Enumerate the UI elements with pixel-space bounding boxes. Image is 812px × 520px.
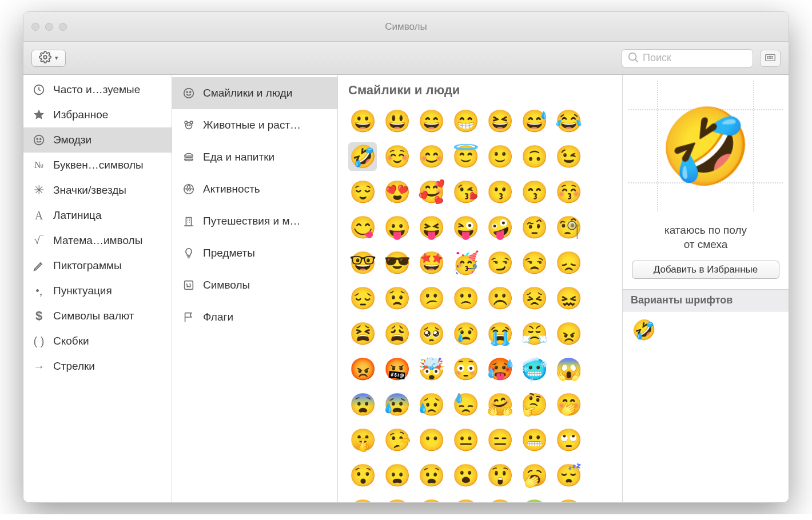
- emoji-cell[interactable]: 😲: [485, 461, 514, 490]
- emoji-cell[interactable]: 😕: [417, 284, 445, 313]
- zoom-dot[interactable]: [59, 23, 67, 31]
- emoji-cell[interactable]: 😂: [554, 107, 583, 135]
- emoji-cell[interactable]: 🥵: [485, 355, 514, 383]
- emoji-cell[interactable]: 🤓: [348, 249, 377, 277]
- emoji-cell[interactable]: 🤫: [348, 426, 377, 454]
- emoji-cell[interactable]: 🤢: [520, 497, 548, 502]
- emoji-cell[interactable]: 😡: [348, 355, 377, 383]
- emoji-cell[interactable]: 😘: [451, 178, 480, 206]
- emoji-cell[interactable]: 😏: [485, 249, 514, 277]
- category-item-1[interactable]: Избранное: [23, 102, 172, 127]
- emoji-cell[interactable]: 😤: [520, 319, 548, 348]
- emoji-cell[interactable]: 🤥: [383, 426, 411, 454]
- subcategory-item-1[interactable]: Животные и раст…: [172, 109, 337, 141]
- subcategory-item-7[interactable]: Флаги: [172, 301, 337, 333]
- emoji-cell[interactable]: 😨: [348, 390, 377, 419]
- category-item-11[interactable]: →Стрелки: [23, 354, 172, 379]
- category-item-4[interactable]: ✳︎Значки/звезды: [23, 178, 172, 203]
- emoji-cell[interactable]: 🤯: [417, 355, 445, 383]
- add-to-favorites-button[interactable]: Добавить в Избранные: [632, 261, 779, 279]
- category-item-9[interactable]: $Символы валют: [23, 303, 172, 329]
- emoji-cell[interactable]: 🙂: [485, 142, 514, 171]
- emoji-cell[interactable]: 😐: [451, 426, 480, 454]
- emoji-cell[interactable]: 🤔: [520, 390, 548, 419]
- emoji-cell[interactable]: 🤬: [383, 355, 411, 383]
- emoji-cell[interactable]: 🤤: [348, 497, 377, 502]
- category-item-8[interactable]: •,Пунктуация: [23, 278, 172, 303]
- search-field[interactable]: [622, 49, 753, 67]
- emoji-cell[interactable]: 😧: [417, 461, 445, 490]
- emoji-cell[interactable]: 😓: [451, 390, 480, 419]
- emoji-cell[interactable]: 😅: [520, 107, 548, 135]
- emoji-cell[interactable]: 😗: [485, 178, 514, 206]
- emoji-cell[interactable]: 😴: [554, 461, 583, 490]
- subcategory-item-4[interactable]: Путешествия и м…: [172, 205, 337, 237]
- emoji-cell[interactable]: ☺️: [383, 142, 411, 171]
- category-item-2[interactable]: Эмодзи: [23, 127, 172, 153]
- emoji-cell[interactable]: 🤨: [520, 213, 548, 242]
- emoji-cell[interactable]: 🙃: [520, 142, 548, 171]
- emoji-cell[interactable]: 😖: [554, 284, 583, 313]
- emoji-cell[interactable]: 🤣: [348, 142, 377, 171]
- emoji-cell[interactable]: 😮: [451, 461, 480, 490]
- emoji-cell[interactable]: 😍: [383, 178, 411, 206]
- emoji-cell[interactable]: 🤩: [417, 249, 445, 277]
- emoji-cell[interactable]: 😝: [417, 213, 445, 242]
- emoji-cell[interactable]: 😱: [554, 355, 583, 383]
- emoji-cell[interactable]: 😥: [417, 390, 445, 419]
- category-item-10[interactable]: ( )Скобки: [23, 329, 172, 354]
- emoji-cell[interactable]: 🤪: [485, 213, 514, 242]
- emoji-cell[interactable]: 😔: [348, 284, 377, 313]
- category-item-6[interactable]: √ Матема…имволы: [23, 228, 172, 253]
- emoji-cell[interactable]: 😵: [417, 497, 445, 502]
- emoji-cell[interactable]: 😣: [520, 284, 548, 313]
- emoji-cell[interactable]: 😃: [383, 107, 411, 135]
- search-input[interactable]: [643, 52, 775, 64]
- emoji-cell[interactable]: 🥶: [520, 355, 548, 383]
- emoji-cell[interactable]: 😊: [417, 142, 445, 171]
- emoji-cell[interactable]: 😌: [348, 178, 377, 206]
- emoji-cell[interactable]: 😩: [383, 319, 411, 348]
- emoji-cell[interactable]: 🙁: [451, 284, 480, 313]
- close-dot[interactable]: [31, 23, 39, 31]
- emoji-cell[interactable]: 😀: [348, 107, 377, 135]
- emoji-cell[interactable]: 😋: [348, 213, 377, 242]
- settings-button[interactable]: ▾: [31, 50, 66, 67]
- emoji-cell[interactable]: 😶: [417, 426, 445, 454]
- compact-toggle-button[interactable]: [760, 50, 781, 67]
- emoji-cell[interactable]: 😭: [485, 319, 514, 348]
- emoji-cell[interactable]: 😁: [451, 107, 480, 135]
- emoji-cell[interactable]: 😇: [451, 142, 480, 171]
- emoji-cell[interactable]: 😠: [554, 319, 583, 348]
- emoji-cell[interactable]: 😦: [383, 461, 411, 490]
- emoji-cell[interactable]: 🤮: [554, 497, 583, 502]
- emoji-cell[interactable]: 😜: [451, 213, 480, 242]
- emoji-cell[interactable]: 😆: [485, 107, 514, 135]
- emoji-cell[interactable]: 🤐: [451, 497, 480, 502]
- emoji-cell[interactable]: 😉: [554, 142, 583, 171]
- subcategory-item-0[interactable]: Смайлики и люди: [172, 77, 337, 109]
- emoji-cell[interactable]: 🥺: [417, 319, 445, 348]
- subcategory-item-3[interactable]: Активность: [172, 173, 337, 205]
- emoji-cell[interactable]: 🤗: [485, 390, 514, 419]
- emoji-cell[interactable]: 🙄: [554, 426, 583, 454]
- emoji-cell[interactable]: 🥴: [485, 497, 514, 502]
- emoji-cell[interactable]: 😚: [554, 178, 583, 206]
- emoji-cell[interactable]: 😳: [451, 355, 480, 383]
- emoji-cell[interactable]: 😙: [520, 178, 548, 206]
- emoji-cell[interactable]: 😯: [348, 461, 377, 490]
- category-item-0[interactable]: Часто и…зуемые: [23, 77, 172, 102]
- emoji-cell[interactable]: 🥱: [520, 461, 548, 490]
- emoji-cell[interactable]: 😫: [348, 319, 377, 348]
- emoji-cell[interactable]: 😎: [383, 249, 411, 277]
- variant-emoji[interactable]: 🤣: [632, 319, 656, 341]
- category-item-3[interactable]: №Буквен…символы: [23, 153, 172, 178]
- emoji-cell[interactable]: 🧐: [554, 213, 583, 242]
- subcategory-item-6[interactable]: Символы: [172, 269, 337, 301]
- emoji-cell[interactable]: 😢: [451, 319, 480, 348]
- emoji-cell[interactable]: ☹️: [485, 284, 514, 313]
- emoji-cell[interactable]: 🥰: [417, 178, 445, 206]
- subcategory-item-2[interactable]: Еда и напитки: [172, 141, 337, 173]
- emoji-cell[interactable]: 😬: [520, 426, 548, 454]
- emoji-cell[interactable]: 😪: [383, 497, 411, 502]
